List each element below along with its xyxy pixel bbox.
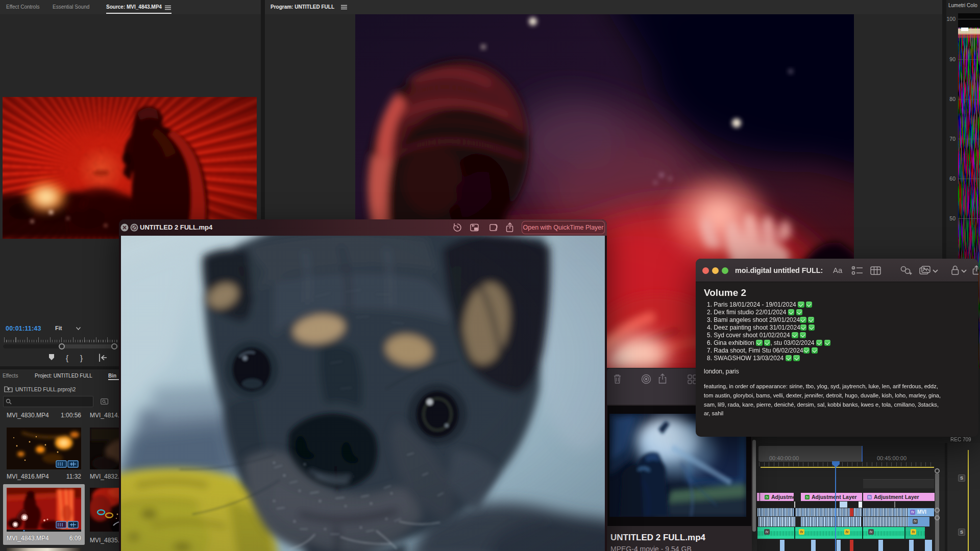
svg-text:}: } xyxy=(80,354,83,362)
svg-text:{: { xyxy=(66,354,68,362)
